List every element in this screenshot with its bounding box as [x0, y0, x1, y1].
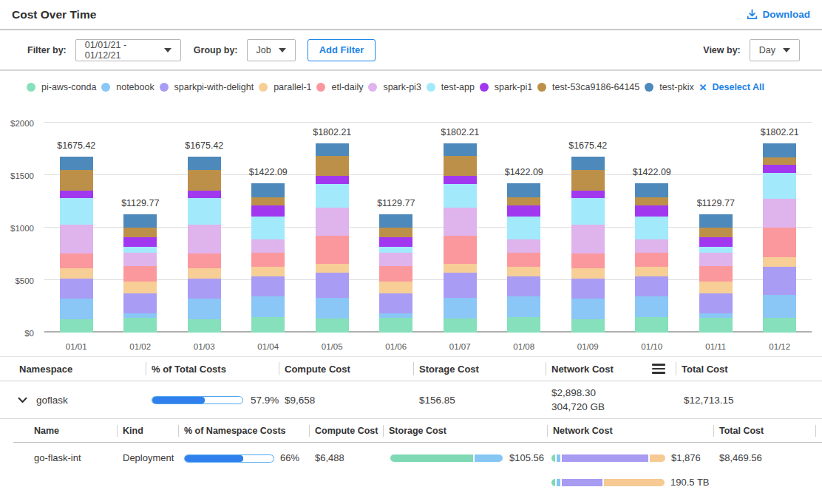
stacked-bar[interactable] [316, 143, 349, 333]
bar-segment-spark-pi3[interactable] [123, 253, 157, 267]
bar-segment-test-pkix[interactable] [379, 214, 412, 228]
bar-segment-parallel-1[interactable] [763, 257, 796, 267]
bar-segment-test-app[interactable] [635, 217, 668, 239]
bar-segment-parallel-1[interactable] [444, 264, 477, 273]
bar-segment-test-pkix[interactable] [444, 143, 477, 156]
stacked-bar[interactable] [188, 157, 221, 333]
legend-item-test-app[interactable]: test-app [427, 82, 475, 92]
bar-segment-sparkpi-with-delight[interactable] [699, 293, 733, 313]
bar-segment-sparkpi-with-delight[interactable] [123, 293, 157, 313]
bar-segment-sparkpi-with-delight[interactable] [507, 276, 540, 296]
bar-segment-test-app[interactable] [60, 198, 93, 225]
bar-segment-pi-aws-conda[interactable] [507, 317, 540, 333]
bar-segment-etl-daily[interactable] [60, 253, 93, 268]
bar-segment-parallel-1[interactable] [571, 268, 605, 279]
bar-segment-etl-daily[interactable] [316, 236, 349, 264]
stacked-bar[interactable] [379, 214, 412, 333]
bar-segment-spark-pi1[interactable] [379, 237, 412, 246]
bar-segment-spark-pi1[interactable] [251, 205, 285, 217]
bar-segment-test-53ca9186-64145[interactable] [60, 170, 93, 191]
column-header-network[interactable]: Network Cost [546, 357, 676, 381]
bar-segment-pi-aws-conda[interactable] [444, 319, 477, 333]
bar-segment-test-app[interactable] [763, 173, 796, 199]
bar-segment-notebook[interactable] [188, 299, 221, 319]
stacked-bar[interactable] [60, 157, 93, 333]
bar-segment-etl-daily[interactable] [763, 228, 796, 256]
bar-segment-spark-pi3[interactable] [507, 239, 540, 253]
bar-segment-etl-daily[interactable] [507, 253, 540, 267]
stacked-bar[interactable] [507, 183, 540, 333]
bar-segment-test-pkix[interactable] [635, 183, 668, 197]
bar-segment-spark-pi3[interactable] [316, 208, 349, 236]
download-button[interactable]: Download [747, 9, 811, 20]
bar-segment-test-pkix[interactable] [123, 214, 157, 228]
bar-segment-notebook[interactable] [571, 299, 605, 319]
bar-segment-spark-pi3[interactable] [635, 239, 668, 253]
bar-segment-test-53ca9186-64145[interactable] [123, 228, 157, 238]
stacked-bar[interactable] [699, 214, 733, 333]
bar-segment-spark-pi1[interactable] [444, 176, 477, 184]
legend-item-etl-daily[interactable]: etl-daily [316, 82, 363, 92]
bar-segment-sparkpi-with-delight[interactable] [635, 276, 668, 296]
legend-item-spark-pi3[interactable]: spark-pi3 [368, 82, 421, 92]
bar-segment-pi-aws-conda[interactable] [379, 318, 412, 333]
deselect-all-button[interactable]: ✕ Deselect All [699, 82, 764, 92]
bar-segment-parallel-1[interactable] [699, 282, 733, 293]
column-header-pct-namespace[interactable]: % of Namespace Costs [178, 419, 309, 442]
column-menu-icon[interactable] [652, 364, 665, 374]
column-header-namespace[interactable]: Namespace [0, 357, 146, 381]
bar-segment-notebook[interactable] [763, 295, 796, 318]
bar-segment-test-53ca9186-64145[interactable] [571, 170, 605, 191]
bar-segment-test-app[interactable] [699, 247, 733, 253]
bar-segment-spark-pi1[interactable] [571, 191, 605, 197]
bar-segment-etl-daily[interactable] [379, 266, 412, 282]
bar-segment-parallel-1[interactable] [379, 282, 412, 293]
bar-segment-spark-pi1[interactable] [699, 237, 733, 246]
bar-segment-sparkpi-with-delight[interactable] [571, 279, 605, 299]
bar-segment-sparkpi-with-delight[interactable] [316, 273, 349, 298]
bar-segment-test-pkix[interactable] [316, 143, 349, 156]
add-filter-button[interactable]: Add Filter [308, 39, 376, 61]
bar-segment-test-app[interactable] [251, 217, 285, 239]
bar-segment-spark-pi3[interactable] [699, 253, 733, 267]
bar-segment-pi-aws-conda[interactable] [571, 319, 605, 333]
bar-segment-spark-pi1[interactable] [188, 191, 221, 197]
group-by-select[interactable]: Job [247, 39, 296, 61]
bar-segment-etl-daily[interactable] [571, 253, 605, 268]
bar-segment-spark-pi3[interactable] [379, 253, 412, 267]
bar-segment-pi-aws-conda[interactable] [60, 319, 93, 333]
bar-segment-notebook[interactable] [316, 298, 349, 319]
bar-segment-test-pkix[interactable] [571, 157, 605, 170]
view-by-select[interactable]: Day [750, 39, 800, 61]
bar-segment-etl-daily[interactable] [188, 253, 221, 268]
bar-segment-test-53ca9186-64145[interactable] [635, 197, 668, 205]
bar-segment-test-53ca9186-64145[interactable] [316, 156, 349, 177]
legend-item-pi-aws-conda[interactable]: pi-aws-conda [27, 82, 96, 92]
bar-segment-notebook[interactable] [507, 296, 540, 318]
bar-segment-pi-aws-conda[interactable] [188, 319, 221, 333]
bar-segment-sparkpi-with-delight[interactable] [763, 267, 796, 295]
bar-segment-parallel-1[interactable] [635, 267, 668, 277]
bar-segment-notebook[interactable] [635, 296, 668, 318]
bar-segment-spark-pi3[interactable] [188, 225, 221, 253]
bar-segment-test-pkix[interactable] [251, 183, 285, 197]
bar-segment-parallel-1[interactable] [251, 267, 285, 277]
bar-segment-test-53ca9186-64145[interactable] [188, 170, 221, 191]
stacked-bar[interactable] [571, 157, 605, 333]
bar-segment-test-pkix[interactable] [188, 157, 221, 170]
stacked-bar[interactable] [444, 143, 477, 333]
bar-segment-spark-pi3[interactable] [571, 225, 605, 253]
column-header-pct-total[interactable]: % of Total Costs [146, 357, 279, 381]
legend-item-test-53ca9186-64145[interactable]: test-53ca9186-64145 [537, 82, 639, 92]
bar-segment-test-53ca9186-64145[interactable] [379, 228, 412, 238]
bar-segment-notebook[interactable] [444, 298, 477, 319]
bar-segment-spark-pi1[interactable] [123, 237, 157, 246]
bar-segment-spark-pi1[interactable] [635, 205, 668, 217]
bar-segment-test-pkix[interactable] [699, 214, 733, 228]
bar-segment-test-app[interactable] [316, 184, 349, 208]
bar-segment-test-pkix[interactable] [507, 183, 540, 197]
bar-segment-test-53ca9186-64145[interactable] [251, 197, 285, 205]
bar-segment-sparkpi-with-delight[interactable] [379, 293, 412, 313]
bar-segment-spark-pi3[interactable] [60, 225, 93, 253]
bar-segment-test-53ca9186-64145[interactable] [507, 197, 540, 205]
